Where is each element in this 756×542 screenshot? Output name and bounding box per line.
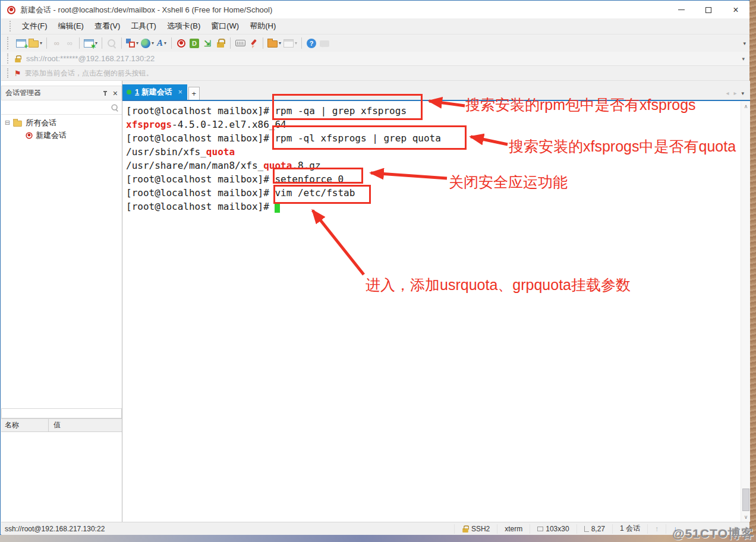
status-connection: ssh://root@192.168.217.130:22 [1, 525, 105, 533]
toolbar-grip [7, 37, 10, 49]
menu-bar: 文件(F)编辑(E)查看(V)工具(T)选项卡(B)窗口(W)帮助(H) [1, 18, 749, 34]
menu-item-5[interactable]: 窗口(W) [206, 19, 244, 33]
session-tree-item-1[interactable]: 新建会话 [1, 129, 122, 141]
scrollbar-thumb[interactable] [742, 489, 749, 511]
terminal-line-5: [root@localhost mailbox]# setenforce 0 [126, 172, 741, 186]
status-item-nav5: ↑ [647, 524, 666, 534]
tree-item-label: 新建会话 [36, 130, 67, 141]
session-manager-title: 会话管理器 [5, 88, 41, 98]
session-tree: ⊟所有会话新建会话 [1, 116, 122, 141]
terminal-size-icon [537, 527, 543, 531]
properties-col-value[interactable]: 值 [49, 420, 61, 430]
toolbar-separator [301, 37, 302, 49]
tab-close-icon[interactable]: × [178, 88, 182, 96]
reconnect-icon: ∞ [63, 36, 76, 51]
status-item-xterm: xterm [497, 524, 530, 534]
toolbar-separator [263, 37, 263, 49]
session-tree-item-0[interactable]: ⊟所有会话 [1, 116, 122, 129]
xshell-icon[interactable] [175, 36, 188, 51]
session-manager-panel: 会话管理器 × ⊟所有会话新建会话 名称 值 [1, 81, 122, 522]
color-scheme-icon[interactable]: ▾ [125, 36, 140, 51]
scroll-up-icon[interactable]: ∧ [741, 101, 751, 111]
address-dropdown-icon[interactable]: ▾ [742, 56, 745, 62]
session-search-input[interactable] [1, 101, 110, 114]
session-icon [26, 132, 32, 138]
xftp-icon[interactable]: D [188, 36, 201, 51]
tab-label: 1 新建会话 [135, 87, 172, 97]
status-item-ssh2: SSH2 [454, 524, 497, 534]
cursor-pos-icon [584, 526, 589, 532]
new-tab-button[interactable]: + [188, 87, 200, 100]
desktop-wallpaper-right [749, 0, 756, 542]
title-bar: 新建会话 - root@localhost:/dev/mailbox - Xsh… [1, 1, 749, 18]
connected-dot-icon [127, 90, 131, 94]
pin-icon[interactable] [102, 90, 108, 96]
menu-item-0[interactable]: 文件(F) [17, 19, 53, 33]
properties-header: 名称 值 [1, 418, 122, 432]
tab-scroll-left-icon[interactable]: ◂ [726, 90, 729, 96]
address-bar: ssh://root:******@192.168.217.130:22 ▾ [1, 52, 749, 66]
terminal-line-4: /usr/share/man/man8/xfs_quota.8.gz [126, 159, 741, 172]
lock-screen-icon[interactable] [214, 36, 227, 51]
session-search [1, 101, 122, 115]
tree-expand-icon[interactable]: ⊟ [5, 119, 10, 127]
info-hint: 要添加当前会话，点击左侧的箭头按钮。 [25, 68, 153, 78]
tab-list-dropdown-icon[interactable]: ▾ [741, 90, 744, 96]
scrollbar: ∧ ∨ [741, 101, 750, 522]
fullscreen-icon[interactable]: ⇲ [201, 36, 214, 51]
address-url[interactable]: ssh://root:******@192.168.217.130:22 [26, 54, 155, 63]
bookmark-flag-icon: ⚑ [14, 69, 21, 78]
terminal[interactable]: [root@localhost mailbox]# rpm -qa | grep… [122, 101, 741, 522]
terminal-line-7: [root@localhost mailbox]# [126, 200, 741, 213]
properties-filter-field[interactable] [1, 408, 122, 418]
toolbar-separator [46, 37, 47, 49]
tab-scroll-right-icon[interactable]: ▸ [733, 90, 736, 96]
font-icon[interactable]: A▾ [155, 36, 168, 51]
tab-active-session[interactable]: 1 新建会话 × [122, 84, 187, 100]
search-icon [111, 104, 119, 112]
toolbar-separator [230, 37, 231, 49]
tab-nav: ◂ ▸ ▾ [726, 90, 744, 96]
properties-col-name[interactable]: 名称 [1, 419, 49, 431]
web-browser-icon[interactable]: ▾ [140, 36, 155, 51]
help-icon[interactable]: ? [305, 36, 318, 51]
menu-item-6[interactable]: 帮助(H) [244, 19, 281, 33]
tree-item-label: 所有会话 [26, 118, 56, 128]
open-folder-icon[interactable]: ▾ [27, 36, 43, 51]
status-item-103x30: 103x30 [530, 524, 576, 534]
feedback-icon [318, 36, 331, 51]
terminal-line-2: [root@localhost mailbox]# rpm -ql xfspro… [126, 131, 741, 145]
scroll-down-icon[interactable]: ∨ [741, 512, 751, 522]
xshell-logo-icon [7, 6, 15, 14]
toolbar-separator [171, 37, 172, 49]
toolbar-separator [121, 37, 122, 49]
address-lock-icon [15, 58, 21, 62]
terminal-line-1: xfsprogs-4.5.0-12.el7.x86_64 [126, 118, 741, 131]
terminal-line-0: [root@localhost mailbox]# rpm -qa | grep… [126, 104, 741, 118]
layout-icon: ▾ [282, 36, 298, 51]
maximize-button[interactable] [695, 1, 722, 18]
scroll-top-icon[interactable]: ↑ [655, 525, 659, 533]
menu-item-2[interactable]: 查看(V) [89, 19, 125, 33]
window-controls: × [667, 1, 749, 18]
address-grip [7, 53, 10, 63]
menu-item-4[interactable]: 选项卡(B) [162, 19, 206, 33]
minimize-button[interactable] [667, 1, 695, 18]
terminal-line-6: [root@localhost mailbox]# vim /etc/fstab [126, 186, 741, 200]
status-bar: ssh://root@192.168.217.130:22 SSH2xterm1… [1, 522, 749, 535]
menu-item-3[interactable]: 工具(T) [125, 19, 162, 33]
toolbar-separator [102, 37, 102, 49]
virtual-keyboard-icon[interactable] [234, 36, 247, 51]
file-transfer-icon[interactable]: ▾ [266, 36, 282, 51]
watermark: @51CTO博客 [672, 525, 754, 542]
session-properties-icon[interactable]: ✶▾ [83, 36, 99, 51]
window-title: 新建会话 - root@localhost:/dev/mailbox - Xsh… [20, 5, 272, 15]
close-button[interactable]: × [722, 1, 749, 18]
menu-grip [10, 21, 12, 31]
new-session-icon[interactable]: + [14, 36, 27, 51]
highlighter-pen-icon[interactable] [247, 36, 260, 51]
panel-close-icon[interactable]: × [113, 89, 118, 97]
toolbar-overflow-icon[interactable]: ▾ [743, 40, 746, 46]
terminal-line-3: /usr/sbin/xfs_quota [126, 145, 741, 159]
menu-item-1[interactable]: 编辑(E) [53, 19, 89, 33]
